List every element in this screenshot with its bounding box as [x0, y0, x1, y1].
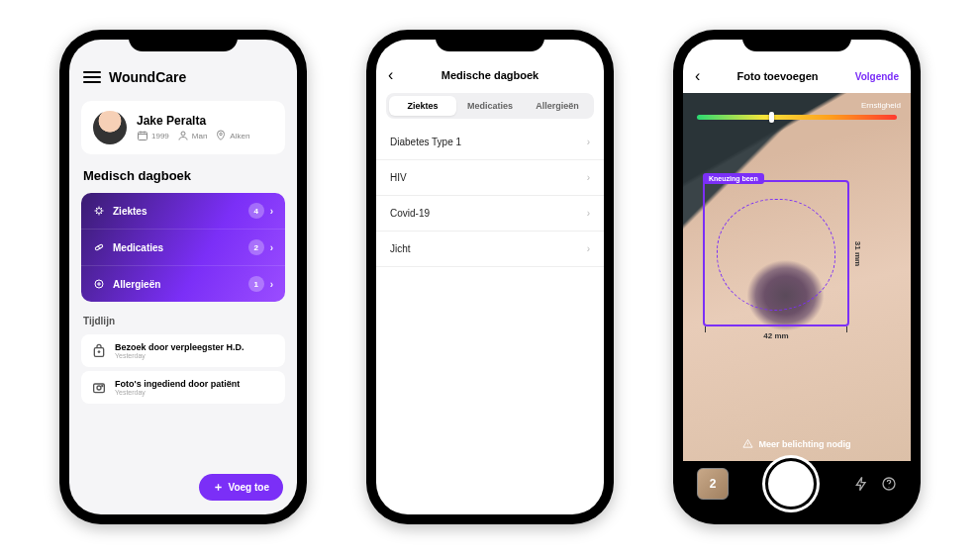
- patient-name: Jake Peralta: [137, 114, 249, 128]
- chevron-right-icon: ›: [587, 243, 590, 254]
- timeline-title: Foto's ingediend door patiënt: [115, 379, 240, 389]
- chevron-right-icon: ›: [270, 206, 273, 217]
- list-item[interactable]: Diabetes Type 1 ›: [376, 125, 604, 160]
- list-item[interactable]: Covid-19 ›: [376, 196, 604, 232]
- pin-icon: [215, 130, 227, 141]
- avatar: [93, 111, 127, 144]
- list-item[interactable]: Jicht ›: [376, 232, 604, 267]
- list-item-label: HIV: [390, 172, 407, 183]
- diary-row-allergieen[interactable]: Allergieën 1 ›: [81, 266, 285, 302]
- count-badge: 2: [248, 239, 264, 255]
- count-badge: 4: [248, 203, 264, 219]
- dimension-width: 42 mm: [705, 331, 847, 340]
- dimension-height: 31 mm: [851, 182, 865, 325]
- timeline-item[interactable]: Foto's ingediend door patiënt Yesterday: [81, 371, 285, 404]
- screen-dashboard: WoundCare Jake Peralta 1999 Man: [69, 40, 297, 514]
- chevron-right-icon: ›: [587, 172, 590, 183]
- photo-icon: [91, 380, 107, 396]
- notch: [436, 30, 544, 51]
- patient-gender: Man: [177, 130, 208, 141]
- camera-viewport: Ernstigheid Kneuzing been 42 mm 31 mm Me…: [683, 93, 911, 461]
- wound-label: Kneuzing been: [703, 173, 764, 184]
- menu-icon[interactable]: [83, 71, 101, 83]
- fab-label: Voeg toe: [229, 482, 269, 493]
- svg-point-3: [97, 209, 102, 214]
- lighting-warning: Meer belichting nodig: [683, 438, 911, 449]
- list-item[interactable]: HIV ›: [376, 160, 604, 196]
- flash-icon[interactable]: [853, 476, 869, 492]
- app-title: WoundCare: [109, 69, 186, 85]
- screen-camera: ‹ Foto toevoegen Volgende Ernstigheid Kn…: [683, 40, 911, 514]
- svg-point-9: [102, 385, 103, 386]
- wound-outline: [717, 199, 836, 310]
- diary-row-ziektes[interactable]: Ziektes 4 ›: [81, 193, 285, 230]
- severity-slider-thumb[interactable]: [769, 112, 774, 123]
- chevron-right-icon: ›: [270, 279, 273, 290]
- patient-year: 1999: [137, 130, 169, 141]
- notch: [129, 30, 238, 51]
- svg-rect-0: [139, 133, 147, 140]
- timeline-item[interactable]: Bezoek door verpleegster H.D. Yesterday: [81, 334, 285, 367]
- chevron-right-icon: ›: [270, 242, 273, 253]
- phone-3: ‹ Foto toevoegen Volgende Ernstigheid Kn…: [673, 30, 921, 524]
- segmented-tabs: Ziektes Medicaties Allergieën: [386, 93, 594, 119]
- diary-label: Medicaties: [113, 242, 163, 253]
- diary-label: Allergieën: [113, 279, 160, 290]
- photo-count-thumbnail[interactable]: 2: [697, 468, 729, 500]
- disease-list: Diabetes Type 1 › HIV › Covid-19 › Jicht…: [376, 125, 604, 267]
- calendar-icon: [137, 130, 148, 141]
- page-title: Foto toevoegen: [737, 70, 819, 82]
- nurse-icon: [91, 343, 107, 359]
- list-item-label: Jicht: [390, 243, 411, 254]
- list-item-label: Diabetes Type 1: [390, 137, 461, 147]
- chevron-right-icon: ›: [587, 208, 590, 219]
- allergy-icon: [93, 278, 105, 290]
- patient-info: Jake Peralta 1999 Man Alken: [137, 114, 249, 141]
- tab-allergieen[interactable]: Allergieën: [524, 96, 591, 116]
- diary-card: Ziektes 4 › Medicaties 2 ›: [81, 193, 285, 302]
- severity-slider-track[interactable]: [697, 115, 897, 120]
- aux-controls: [853, 476, 897, 492]
- severity-label: Ernstigheid: [861, 101, 901, 110]
- page-title: Medische dagboek: [441, 69, 539, 81]
- section-title-diary: Medisch dagboek: [69, 160, 297, 189]
- shutter-button[interactable]: [765, 458, 817, 510]
- svg-point-2: [220, 133, 223, 136]
- back-button[interactable]: ‹: [695, 67, 700, 85]
- chevron-right-icon: ›: [587, 137, 590, 147]
- section-title-timeline: Tijdlijn: [69, 306, 297, 330]
- list-item-label: Covid-19: [390, 208, 430, 219]
- warning-icon: [742, 438, 753, 449]
- phone-1: WoundCare Jake Peralta 1999 Man: [59, 30, 307, 524]
- diary-label: Ziektes: [113, 206, 147, 217]
- diary-row-medicaties[interactable]: Medicaties 2 ›: [81, 230, 285, 266]
- person-icon: [177, 130, 189, 141]
- help-icon[interactable]: [881, 476, 897, 492]
- patient-card[interactable]: Jake Peralta 1999 Man Alken: [81, 101, 285, 154]
- timeline-date: Yesterday: [115, 389, 240, 396]
- timeline-title: Bezoek door verpleegster H.D.: [115, 342, 245, 352]
- pill-icon: [93, 241, 105, 253]
- wound-bounding-box[interactable]: Kneuzing been 42 mm 31 mm: [703, 180, 849, 326]
- back-button[interactable]: ‹: [388, 66, 393, 84]
- svg-point-1: [181, 132, 185, 136]
- camera-controls: 2: [683, 453, 911, 514]
- virus-icon: [93, 205, 105, 217]
- patient-location: Alken: [215, 130, 249, 141]
- count-badge: 1: [248, 276, 264, 292]
- plus-icon: [213, 482, 224, 493]
- add-button[interactable]: Voeg toe: [199, 474, 283, 501]
- tab-ziektes[interactable]: Ziektes: [389, 96, 456, 116]
- notch: [742, 30, 851, 51]
- next-button[interactable]: Volgende: [855, 71, 899, 82]
- screen-diary-list: ‹ Medische dagboek Ziektes Medicaties Al…: [376, 40, 604, 514]
- timeline-date: Yesterday: [115, 352, 245, 359]
- phone-2: ‹ Medische dagboek Ziektes Medicaties Al…: [366, 30, 614, 524]
- svg-point-8: [97, 386, 101, 390]
- tab-medicaties[interactable]: Medicaties: [456, 96, 524, 116]
